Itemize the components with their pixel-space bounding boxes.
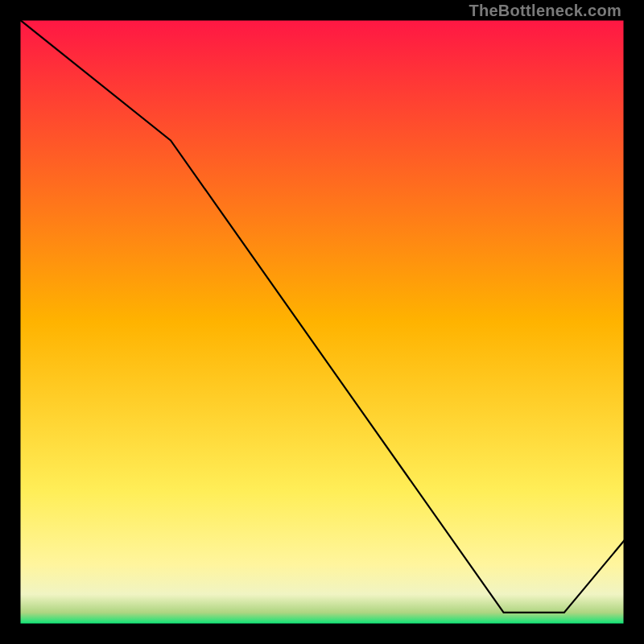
chart-container: TheBottleneck.com <box>0 0 644 644</box>
plot-area <box>19 19 625 625</box>
watermark-label: TheBottleneck.com <box>469 2 621 20</box>
gradient-background <box>19 19 625 625</box>
chart-svg <box>19 19 625 625</box>
